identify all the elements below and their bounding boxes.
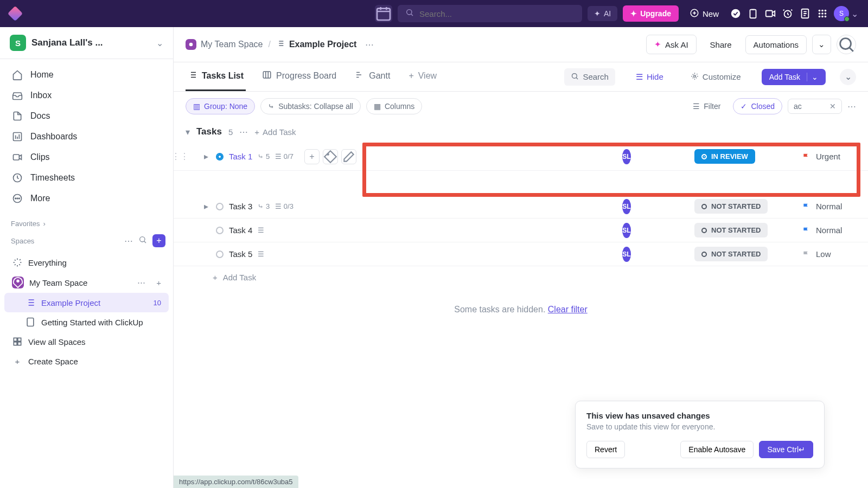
apps-grid-icon[interactable]: [816, 8, 828, 20]
user-menu[interactable]: S ⌄: [834, 6, 858, 21]
share-button[interactable]: Share: [702, 35, 740, 54]
svg-point-11: [819, 12, 821, 15]
sidebar-everything[interactable]: Everything: [4, 253, 169, 272]
nav-docs[interactable]: Docs: [4, 106, 169, 126]
search-spaces-icon[interactable]: [138, 235, 147, 246]
more-dots-icon[interactable]: ⋯: [124, 236, 133, 246]
add-view-button[interactable]: +View: [406, 63, 439, 90]
view-more-button[interactable]: ⌄: [840, 69, 856, 85]
task-row[interactable]: ⋮⋮ ▸ Task 3 ⤷ 3 ☰ 0/3 SL NOT STARTED Nor…: [174, 195, 868, 219]
space-more-icon[interactable]: ⋯: [137, 278, 145, 287]
closed-chip[interactable]: ✓Closed: [733, 98, 782, 114]
view-search-button[interactable]: Search: [564, 68, 615, 86]
tab-progress-board[interactable]: Progress Board: [260, 62, 339, 91]
task-name[interactable]: Task 1: [229, 152, 252, 161]
save-button[interactable]: Save Ctrl↵: [759, 441, 813, 458]
task-row[interactable]: ⋮⋮ Task 5 ☰ SL NOT STARTED Low 1/1/24 1/…: [174, 242, 868, 266]
new-button[interactable]: New: [684, 5, 724, 23]
upgrade-button[interactable]: ✦Upgrade: [623, 5, 679, 22]
clipboard-icon[interactable]: [747, 8, 759, 20]
sidebar-example-project[interactable]: Example Project10: [4, 293, 169, 312]
group-add-task[interactable]: +Add Task: [254, 127, 296, 137]
tab-gantt[interactable]: Gantt: [353, 62, 392, 91]
hide-button[interactable]: ☰Hide: [629, 68, 670, 86]
expand-icon[interactable]: ▸: [204, 201, 210, 211]
priority-cell[interactable]: Normal: [802, 202, 868, 211]
add-icon[interactable]: +: [156, 278, 161, 287]
header-search-button[interactable]: [837, 35, 856, 54]
assignee-avatar[interactable]: SL: [622, 199, 630, 214]
status-pill[interactable]: IN REVIEW: [694, 149, 755, 164]
status-pill[interactable]: NOT STARTED: [694, 247, 768, 261]
nav-home[interactable]: Home: [4, 65, 169, 85]
breadcrumb-more-icon[interactable]: ⋯: [365, 40, 374, 50]
tag-icon[interactable]: [323, 149, 338, 164]
group-more-icon[interactable]: ⋯: [239, 127, 248, 137]
app-logo[interactable]: [8, 6, 23, 21]
nav-clips[interactable]: Clips: [4, 147, 169, 168]
nav-dashboards[interactable]: Dashboards: [4, 126, 169, 147]
task-name[interactable]: Task 3: [229, 202, 252, 211]
nav-inbox[interactable]: Inbox: [4, 85, 169, 106]
status-pill[interactable]: NOT STARTED: [694, 199, 768, 214]
check-circle-icon[interactable]: [730, 8, 742, 20]
automations-dropdown[interactable]: ⌄: [812, 35, 831, 54]
toolbar-more-icon[interactable]: ⋯: [847, 101, 856, 112]
ai-button[interactable]: ✦AI: [588, 6, 617, 21]
sidebar-my-team-space[interactable]: My Team Space⋯+: [4, 272, 169, 293]
expand-icon[interactable]: ▸: [204, 151, 210, 162]
filter-search[interactable]: ac✕: [788, 99, 842, 114]
revert-button[interactable]: Revert: [586, 441, 625, 458]
breadcrumb-project[interactable]: Example Project: [276, 39, 357, 50]
add-icon[interactable]: +: [304, 149, 320, 164]
clear-filter-link[interactable]: Clear filter: [548, 305, 588, 314]
task-row[interactable]: ⋮⋮ Task 4 ☰ SL NOT STARTED Normal 12/18/…: [174, 219, 868, 242]
global-search[interactable]: [398, 5, 582, 22]
task-row[interactable]: ⋮⋮ ▸ Task 1 ⤷ 5 ☰ 0/7 + SL IN REVIEW Urg…: [174, 143, 868, 171]
task-name[interactable]: Task 4: [229, 226, 252, 235]
tab-tasks-list[interactable]: Tasks List: [186, 62, 246, 91]
autosave-button[interactable]: Enable Autosave: [680, 441, 754, 458]
status-dot[interactable]: [216, 227, 224, 234]
edit-icon[interactable]: [341, 149, 356, 164]
nav-timesheets[interactable]: Timesheets: [4, 168, 169, 188]
status-dot[interactable]: [216, 203, 224, 210]
add-task-button[interactable]: Add Task⌄: [762, 69, 826, 85]
calendar-button[interactable]: [375, 5, 392, 22]
columns-chip[interactable]: ▦Columns: [366, 98, 422, 114]
video-icon[interactable]: [764, 8, 776, 20]
assignee-avatar[interactable]: SL: [622, 247, 630, 262]
priority-cell[interactable]: Urgent: [802, 152, 868, 161]
favorites-section[interactable]: Favorites›: [0, 214, 173, 231]
add-space-button[interactable]: +: [152, 234, 165, 247]
automations-button[interactable]: Automations: [745, 35, 807, 54]
status-pill[interactable]: NOT STARTED: [694, 223, 768, 237]
assignee-avatar[interactable]: SL: [622, 223, 630, 238]
chevron-down-icon[interactable]: ⌄: [807, 73, 818, 81]
list-icon: [188, 70, 197, 82]
collapse-icon[interactable]: ▾: [186, 127, 190, 137]
add-task-row[interactable]: +Add Task: [174, 266, 868, 288]
workspace-switcher[interactable]: S Sanjana Lall's ... ⌄: [0, 27, 173, 59]
subtasks-chip[interactable]: ⤷Subtasks: Collapse all: [260, 98, 361, 114]
alarm-icon[interactable]: [782, 8, 794, 20]
drag-handle-icon[interactable]: ⋮⋮: [174, 151, 187, 162]
status-dot[interactable]: [216, 153, 224, 160]
breadcrumb-space[interactable]: My Team Space: [186, 39, 263, 50]
group-chip[interactable]: ▥Group: None: [186, 98, 255, 114]
filter-button[interactable]: ☰Filter: [686, 99, 727, 114]
customize-button[interactable]: Customize: [684, 68, 748, 86]
priority-cell[interactable]: Normal: [802, 226, 868, 235]
assignee-avatar[interactable]: SL: [622, 149, 630, 164]
ask-ai-button[interactable]: ✦Ask AI: [646, 35, 697, 54]
nav-more[interactable]: More: [4, 188, 169, 209]
notepad-icon[interactable]: [799, 8, 811, 20]
search-input[interactable]: [419, 9, 575, 18]
priority-cell[interactable]: Low: [802, 249, 868, 259]
sidebar-view-all-spaces[interactable]: View all Spaces: [4, 332, 169, 351]
sidebar-getting-started[interactable]: Getting Started with ClickUp: [4, 312, 169, 332]
status-dot[interactable]: [216, 251, 224, 258]
sidebar-create-space[interactable]: +Create Space: [4, 351, 169, 371]
task-name[interactable]: Task 5: [229, 249, 252, 259]
clear-icon[interactable]: ✕: [829, 102, 836, 111]
